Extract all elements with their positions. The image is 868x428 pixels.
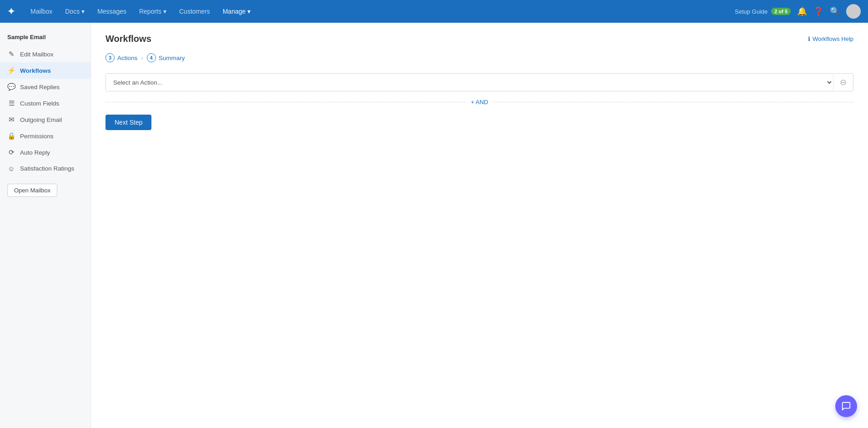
auto-reply-icon: ⟳ [7,148,15,156]
workflows-icon: ⚡ [7,66,15,75]
step-summary-label: Summary [159,55,185,61]
page-title: Workflows [105,34,151,44]
setup-badge: 2 of 5 [771,8,791,15]
action-remove-button[interactable]: ⊖ [833,74,853,91]
top-navigation: ✦ Mailbox Docs ▾ Messages Reports ▾ Cust… [0,0,868,23]
outgoing-email-icon: ✉ [7,116,15,124]
next-step-button[interactable]: Next Step [105,115,151,130]
user-avatar[interactable] [846,4,861,19]
sidebar-item-workflows-label: Workflows [20,67,51,74]
sidebar-item-outgoing-email-label: Outgoing Email [20,116,62,123]
open-mailbox-button[interactable]: Open Mailbox [7,184,57,197]
reports-dropdown-icon: ▾ [163,8,166,15]
steps-navigation: 3 Actions › 4 Summary [105,53,853,62]
sidebar-item-edit-mailbox[interactable]: ✎ Edit Mailbox [0,46,90,62]
brand-logo[interactable]: ✦ [7,6,15,17]
chat-icon [841,401,851,411]
permissions-icon: 🔒 [7,132,15,140]
and-button[interactable]: + AND [466,99,494,106]
sidebar-title: Sample Email [0,30,90,46]
step-actions[interactable]: 3 Actions [105,53,137,62]
sidebar-item-satisfaction-ratings-label: Satisfaction Ratings [20,165,74,172]
nav-item-manage[interactable]: Manage ▾ [216,8,257,15]
search-icon[interactable]: 🔍 [830,6,840,16]
step-chevron: › [141,55,143,61]
sidebar-item-custom-fields[interactable]: ☰ Custom Fields [0,95,90,111]
step-summary-num: 4 [147,53,156,62]
page-header: Workflows ℹ Workflows Help [105,34,853,44]
action-select[interactable]: Select an Action... Assign to Move to Ma… [106,74,833,91]
sidebar-item-auto-reply-label: Auto Reply [20,149,50,156]
satisfaction-ratings-icon: ☺ [7,165,15,172]
sidebar-item-auto-reply[interactable]: ⟳ Auto Reply [0,144,90,161]
manage-dropdown-icon: ▾ [247,8,251,15]
sidebar-item-workflows[interactable]: ⚡ Workflows [0,62,90,79]
page-layout: Sample Email ✎ Edit Mailbox ⚡ Workflows … [0,23,868,428]
action-row: Select an Action... Assign to Move to Ma… [105,73,853,91]
sidebar-item-permissions[interactable]: 🔒 Permissions [0,128,90,144]
notifications-icon[interactable]: 🔔 [797,6,807,16]
nav-item-docs[interactable]: Docs ▾ [59,8,91,15]
docs-dropdown-icon: ▾ [81,8,85,15]
sidebar-footer: Open Mailbox [0,176,90,204]
sidebar-item-outgoing-email[interactable]: ✉ Outgoing Email [0,111,90,128]
saved-replies-icon: 💬 [7,83,15,91]
and-line-left [105,102,466,102]
sidebar-item-saved-replies[interactable]: 💬 Saved Replies [0,79,90,95]
nav-item-mailbox[interactable]: Mailbox [24,8,59,15]
step-actions-num: 3 [105,53,115,62]
sidebar-item-permissions-label: Permissions [20,133,54,140]
step-summary[interactable]: 4 Summary [147,53,185,62]
step-actions-label: Actions [117,55,137,61]
nav-item-messages[interactable]: Messages [91,8,133,15]
custom-fields-icon: ☰ [7,99,15,107]
info-icon: ℹ [808,35,810,42]
nav-item-customers[interactable]: Customers [173,8,216,15]
workflows-help-link[interactable]: ℹ Workflows Help [808,35,853,42]
sidebar-item-satisfaction-ratings[interactable]: ☺ Satisfaction Ratings [0,161,90,176]
sidebar: Sample Email ✎ Edit Mailbox ⚡ Workflows … [0,23,91,428]
edit-mailbox-icon: ✎ [7,50,15,58]
help-icon[interactable]: ❓ [813,6,823,16]
sidebar-item-saved-replies-label: Saved Replies [20,84,60,91]
and-line-right [493,102,853,102]
chat-support-button[interactable] [835,395,857,417]
and-divider: + AND [105,99,853,106]
nav-right-area: Setup Guide 2 of 5 🔔 ❓ 🔍 [735,4,861,19]
nav-item-reports[interactable]: Reports ▾ [133,8,173,15]
main-content: Workflows ℹ Workflows Help 3 Actions › 4… [91,23,868,428]
sidebar-item-custom-fields-label: Custom Fields [20,100,59,107]
setup-guide[interactable]: Setup Guide 2 of 5 [735,8,791,15]
sidebar-item-edit-mailbox-label: Edit Mailbox [20,51,54,58]
